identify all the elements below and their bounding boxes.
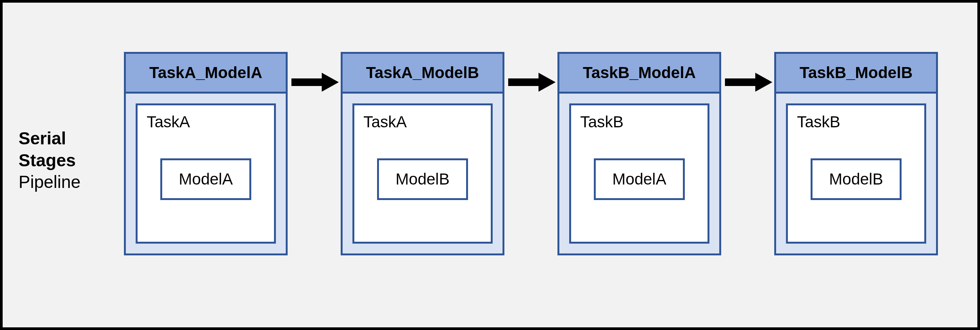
- stage-box: TaskB_ModelA TaskB ModelA: [557, 52, 721, 255]
- stage-body: TaskB ModelB: [776, 94, 936, 254]
- arrow-icon: [504, 63, 557, 101]
- stage-title: TaskB_ModelA: [559, 54, 719, 94]
- task-box: TaskB ModelA: [569, 103, 710, 244]
- stage-body: TaskA ModelA: [126, 94, 286, 254]
- task-label: TaskA: [147, 113, 265, 131]
- task-box: TaskB ModelB: [786, 103, 926, 244]
- model-box: ModelB: [811, 159, 902, 200]
- arrow-icon: [288, 63, 341, 101]
- stage-box: TaskA_ModelB TaskA ModelB: [341, 52, 504, 255]
- pipeline-label-line1: Serial: [19, 128, 81, 150]
- task-label: TaskA: [363, 113, 482, 131]
- stage-body: TaskB ModelA: [559, 94, 719, 254]
- stage-title: TaskB_ModelB: [776, 54, 936, 94]
- pipeline-label-line2: Stages: [19, 150, 81, 171]
- model-label: ModelB: [829, 170, 883, 188]
- stage-box: TaskB_ModelB TaskB ModelB: [774, 52, 938, 255]
- model-label: ModelB: [396, 170, 449, 188]
- task-label: TaskB: [580, 113, 698, 131]
- pipeline-label-line3: Pipeline: [19, 171, 81, 193]
- stage-body: TaskA ModelB: [343, 94, 503, 254]
- task-box: TaskA ModelB: [352, 103, 493, 244]
- stage-title: TaskA_ModelB: [343, 54, 503, 94]
- pipeline-label: Serial Stages Pipeline: [19, 128, 81, 193]
- stage-title: TaskA_ModelA: [126, 54, 286, 94]
- svg-marker-1: [322, 73, 339, 92]
- diagram-canvas: Serial Stages Pipeline TaskA_ModelA Task…: [0, 0, 980, 330]
- arrow-icon: [721, 63, 774, 101]
- model-box: ModelB: [377, 159, 468, 200]
- task-label: TaskB: [797, 113, 915, 131]
- model-box: ModelA: [160, 159, 251, 200]
- task-box: TaskA ModelA: [136, 103, 276, 244]
- stage-box: TaskA_ModelA TaskA ModelA: [124, 52, 288, 255]
- model-box: ModelA: [594, 159, 685, 200]
- model-label: ModelA: [179, 170, 233, 188]
- svg-marker-3: [539, 73, 555, 92]
- model-label: ModelA: [612, 170, 666, 188]
- stage-flow: TaskA_ModelA TaskA ModelA TaskA_ModelB: [124, 52, 938, 255]
- svg-marker-5: [755, 73, 772, 92]
